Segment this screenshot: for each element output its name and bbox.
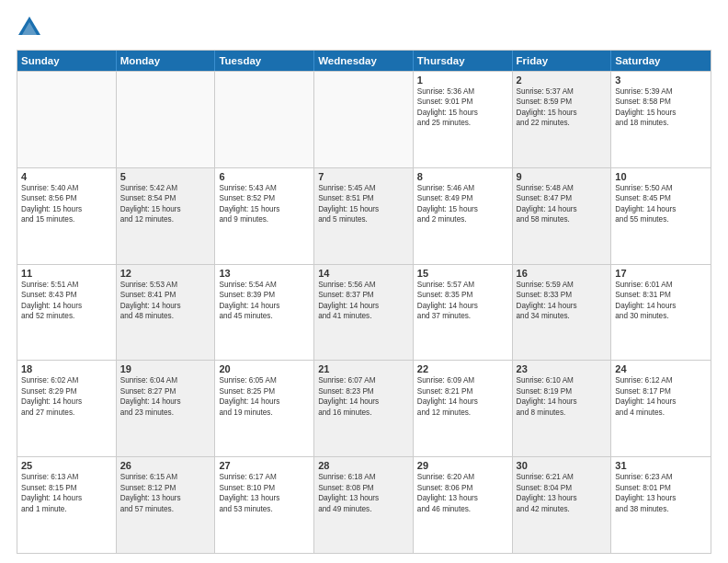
cell-line: Sunrise: 6:23 AM [615, 472, 707, 482]
cell-line: Sunset: 8:47 PM [517, 193, 608, 203]
calendar-cell: 9Sunrise: 5:48 AMSunset: 8:47 PMDaylight… [513, 168, 612, 264]
cell-line: Daylight: 14 hours [219, 396, 310, 407]
cell-line: Sunrise: 5:59 AM [517, 280, 608, 290]
calendar-cell: 22Sunrise: 6:09 AMSunset: 8:21 PMDayligh… [414, 361, 513, 456]
cell-line: and 23 minutes. [120, 408, 211, 418]
calendar-row: 11Sunrise: 5:51 AMSunset: 8:43 PMDayligh… [17, 264, 711, 361]
cell-line: Sunset: 8:37 PM [318, 290, 409, 300]
cell-line: Sunset: 8:08 PM [318, 483, 409, 493]
cell-line: and 42 minutes. [517, 504, 608, 514]
calendar-cell: 27Sunrise: 6:17 AMSunset: 8:10 PMDayligh… [215, 457, 314, 553]
logo-icon [17, 15, 42, 40]
cell-line: Daylight: 14 hours [120, 301, 211, 311]
cell-line: Sunrise: 5:56 AM [318, 280, 409, 290]
calendar-header-cell: Thursday [414, 51, 513, 71]
calendar: SundayMondayTuesdayWednesdayThursdayFrid… [17, 50, 711, 554]
cell-line: and 5 minutes. [318, 214, 409, 224]
cell-line: Sunrise: 5:48 AM [517, 183, 608, 193]
cell-line: Daylight: 14 hours [219, 301, 310, 311]
cell-line: and 15 minutes. [21, 214, 112, 224]
day-number: 15 [417, 268, 508, 279]
cell-line: Sunrise: 6:10 AM [517, 375, 608, 385]
cell-line: Sunrise: 6:01 AM [615, 280, 707, 290]
day-number: 6 [219, 171, 310, 182]
cell-line: Sunset: 8:54 PM [120, 193, 211, 203]
calendar-cell: 29Sunrise: 6:20 AMSunset: 8:06 PMDayligh… [414, 457, 513, 553]
cell-line: Daylight: 14 hours [417, 301, 508, 311]
calendar-cell: 25Sunrise: 6:13 AMSunset: 8:15 PMDayligh… [17, 457, 117, 553]
calendar-row: 18Sunrise: 6:02 AMSunset: 8:29 PMDayligh… [17, 360, 711, 456]
calendar-row: 1Sunrise: 5:36 AMSunset: 9:01 PMDaylight… [17, 71, 711, 167]
cell-line: Daylight: 14 hours [615, 301, 707, 311]
cell-line: Sunrise: 6:12 AM [615, 375, 707, 385]
cell-line: Daylight: 14 hours [21, 301, 112, 311]
calendar-cell: 18Sunrise: 6:02 AMSunset: 8:29 PMDayligh… [17, 361, 117, 456]
calendar-cell: 13Sunrise: 5:54 AMSunset: 8:39 PMDayligh… [215, 265, 314, 361]
cell-line: Daylight: 14 hours [615, 204, 707, 214]
cell-line: Daylight: 13 hours [120, 493, 211, 503]
cell-line: Sunrise: 5:40 AM [21, 183, 112, 193]
cell-line: Sunrise: 5:53 AM [120, 280, 211, 290]
cell-line: Sunrise: 6:15 AM [120, 472, 211, 482]
cell-line: Sunrise: 6:04 AM [120, 375, 211, 385]
cell-line: Sunrise: 5:43 AM [219, 183, 310, 193]
day-number: 25 [21, 460, 112, 471]
cell-line: Daylight: 14 hours [517, 301, 608, 311]
cell-line: Sunrise: 5:54 AM [219, 280, 310, 290]
day-number: 10 [615, 171, 707, 182]
cell-line: Daylight: 14 hours [21, 493, 112, 503]
cell-line: Daylight: 15 hours [615, 108, 707, 118]
calendar-body: 1Sunrise: 5:36 AMSunset: 9:01 PMDaylight… [17, 71, 711, 553]
calendar-cell: 26Sunrise: 6:15 AMSunset: 8:12 PMDayligh… [117, 457, 216, 553]
cell-line: Sunrise: 5:45 AM [318, 183, 409, 193]
cell-line: and 19 minutes. [219, 408, 310, 418]
day-number: 2 [517, 75, 608, 86]
cell-line: and 18 minutes. [615, 118, 707, 128]
cell-line: Sunset: 8:04 PM [517, 483, 608, 493]
cell-line: Sunrise: 6:18 AM [318, 472, 409, 482]
calendar-cell: 11Sunrise: 5:51 AMSunset: 8:43 PMDayligh… [17, 265, 117, 361]
day-number: 8 [417, 171, 508, 182]
cell-line: Sunset: 8:01 PM [615, 483, 707, 493]
cell-line: Sunrise: 5:36 AM [417, 86, 508, 97]
day-number: 9 [517, 171, 608, 182]
day-number: 5 [120, 171, 211, 182]
calendar-header-cell: Monday [117, 51, 216, 71]
cell-line: and 55 minutes. [615, 214, 707, 224]
calendar-cell: 10Sunrise: 5:50 AMSunset: 8:45 PMDayligh… [611, 168, 711, 264]
cell-line: Daylight: 14 hours [417, 396, 508, 407]
calendar-cell: 28Sunrise: 6:18 AMSunset: 8:08 PMDayligh… [314, 457, 414, 553]
day-number: 1 [417, 75, 508, 86]
logo [17, 15, 46, 40]
cell-line: and 12 minutes. [120, 214, 211, 224]
cell-line: Daylight: 14 hours [615, 396, 707, 407]
cell-line: Daylight: 13 hours [615, 493, 707, 503]
cell-line: and 45 minutes. [219, 311, 310, 321]
cell-line: Sunrise: 6:02 AM [21, 375, 112, 385]
cell-line: Sunset: 8:33 PM [517, 290, 608, 300]
cell-line: Sunset: 8:17 PM [615, 386, 707, 396]
calendar-cell [17, 72, 117, 167]
cell-line: and 30 minutes. [615, 311, 707, 321]
day-number: 4 [21, 171, 112, 182]
calendar-cell: 1Sunrise: 5:36 AMSunset: 9:01 PMDaylight… [414, 72, 513, 167]
calendar-cell [314, 72, 414, 167]
cell-line: Sunset: 8:21 PM [417, 386, 508, 396]
calendar-cell: 15Sunrise: 5:57 AMSunset: 8:35 PMDayligh… [414, 265, 513, 361]
calendar-cell: 24Sunrise: 6:12 AMSunset: 8:17 PMDayligh… [611, 361, 711, 456]
calendar-cell: 21Sunrise: 6:07 AMSunset: 8:23 PMDayligh… [314, 361, 414, 456]
calendar-cell [117, 72, 216, 167]
calendar-header-cell: Wednesday [314, 51, 414, 71]
calendar-header-cell: Sunday [17, 51, 117, 71]
cell-line: Sunset: 8:39 PM [219, 290, 310, 300]
cell-line: Sunset: 8:25 PM [219, 386, 310, 396]
calendar-cell: 2Sunrise: 5:37 AMSunset: 8:59 PMDaylight… [513, 72, 612, 167]
cell-line: Daylight: 15 hours [21, 204, 112, 214]
calendar-cell: 8Sunrise: 5:46 AMSunset: 8:49 PMDaylight… [414, 168, 513, 264]
cell-line: and 58 minutes. [517, 214, 608, 224]
cell-line: Sunrise: 5:37 AM [517, 86, 608, 97]
cell-line: Sunset: 9:01 PM [417, 97, 508, 107]
cell-line: and 46 minutes. [417, 504, 508, 514]
cell-line: Sunrise: 6:09 AM [417, 375, 508, 385]
cell-line: and 12 minutes. [417, 408, 508, 418]
